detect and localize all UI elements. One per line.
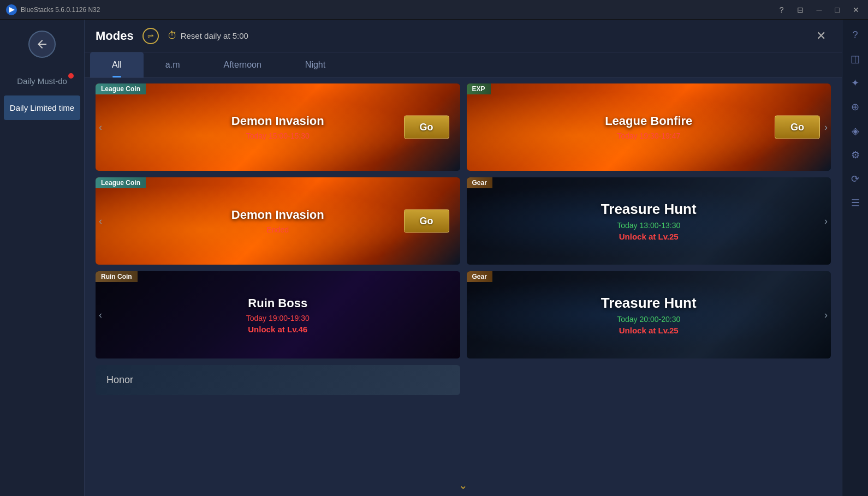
card-time: Today 19:00-19:30 (246, 314, 310, 322)
sidebar-item-label: Daily Limited time (10, 103, 74, 112)
sidebar-icon-4[interactable]: ⊕ (846, 97, 865, 117)
sidebar-icon-8[interactable]: ☰ (846, 193, 865, 213)
card-time: Today 13:00-13:30 (617, 221, 680, 230)
card-next-icon[interactable]: › (824, 122, 828, 133)
minimize-button[interactable]: ─ (813, 4, 825, 15)
main-content: Modes ⇌ ⏱ Reset daily at 5:00 ✕ All a.m … (85, 20, 842, 496)
card-title: Treasure Hunt (601, 295, 697, 312)
close-window-button[interactable]: ✕ (849, 4, 863, 15)
card-time: Today 20:00-20:30 (617, 315, 680, 324)
tab-all[interactable]: All (90, 52, 144, 77)
card-prev-icon[interactable]: ‹ (99, 122, 102, 133)
notification-dot (68, 73, 74, 79)
card-title: Demon Invasion (231, 208, 324, 222)
sidebar-item-daily-must-do[interactable]: Daily Must-do (4, 69, 80, 93)
go-button-1[interactable]: Go (404, 116, 449, 139)
app-name: BlueStacks 5.6.0.1126 N32 (21, 6, 776, 14)
sidebar-icon-2[interactable]: ◫ (846, 49, 865, 69)
card-honor-partial[interactable]: Honor (96, 365, 460, 395)
sidebar-icon-3[interactable]: ✦ (846, 73, 865, 93)
left-sidebar: Daily Must-do Daily Limited time (0, 20, 85, 496)
card-content: Treasure Hunt Today 20:00-20:30 Unlock a… (467, 271, 831, 358)
sidebar-icon-5[interactable]: ◈ (846, 121, 865, 141)
card-content: Treasure Hunt Today 13:00-13:30 Unlock a… (467, 177, 831, 265)
card-title: League Bonfire (605, 114, 692, 128)
help-button[interactable]: ? (776, 4, 787, 15)
clock-icon: ⏱ (168, 30, 177, 41)
card-title: Treasure Hunt (601, 201, 697, 218)
card-next-icon[interactable]: › (824, 309, 828, 321)
card-time: Today 15:00-15:30 (246, 132, 310, 140)
content-header: Modes ⇌ ⏱ Reset daily at 5:00 ✕ (85, 20, 842, 52)
card-demon-invasion-1[interactable]: League Coin Demon Invasion Today 15:00-1… (96, 83, 460, 171)
tab-afternoon[interactable]: Afternoon (201, 52, 283, 77)
sidebar-icon-1[interactable]: ? (846, 25, 865, 45)
card-title: Demon Invasion (231, 114, 324, 128)
card-prev-icon[interactable]: ‹ (99, 216, 102, 227)
bluestacks-logo (5, 4, 17, 16)
titlebar: BlueStacks 5.6.0.1126 N32 ? ⊟ ─ □ ✕ (0, 0, 868, 20)
card-time: Today 19:30-19:47 (617, 132, 680, 140)
activity-grid: League Coin Demon Invasion Today 15:00-1… (85, 78, 842, 474)
back-button[interactable] (28, 31, 56, 58)
card-demon-invasion-2[interactable]: League Coin Demon Invasion Ended ‹ Go (96, 177, 460, 265)
card-ruin-boss[interactable]: Ruin Coin Ruin Boss Today 19:00-19:30 Un… (96, 271, 460, 358)
tab-night[interactable]: Night (283, 52, 347, 77)
close-panel-button[interactable]: ✕ (811, 26, 831, 46)
go-button-2[interactable]: Go (775, 116, 820, 139)
modes-title: Modes (96, 29, 134, 43)
go-button-3[interactable]: Go (404, 210, 449, 233)
minimize-to-tray-button[interactable]: ⊟ (794, 4, 807, 15)
reset-info: ⏱ Reset daily at 5:00 (168, 30, 248, 41)
honor-card-title: Honor (106, 374, 133, 386)
reset-label: Reset daily at 5:00 (181, 31, 248, 40)
window-controls: ? ⊟ ─ □ ✕ (776, 4, 863, 15)
card-title: Ruin Boss (248, 296, 307, 310)
maximize-button[interactable]: □ (832, 4, 843, 15)
card-league-bonfire[interactable]: EXP League Bonfire Today 19:30-19:47 › G… (467, 83, 831, 171)
card-content: Ruin Boss Today 19:00-19:30 Unlock at Lv… (96, 271, 460, 358)
right-sidebar: ? ◫ ✦ ⊕ ◈ ⚙ ⟳ ☰ (842, 20, 868, 496)
sidebar-item-label: Daily Must-do (17, 76, 67, 86)
card-unlock-label: Unlock at Lv.46 (248, 325, 307, 334)
card-unlock-label: Unlock at Lv.25 (619, 232, 679, 241)
sidebar-item-daily-limited-time[interactable]: Daily Limited time (4, 95, 80, 120)
scroll-hint: ⌄ (85, 474, 842, 496)
card-next-icon[interactable]: › (824, 216, 828, 227)
sidebar-icon-6[interactable]: ⚙ (846, 145, 865, 165)
app-container: Daily Must-do Daily Limited time Modes ⇌… (0, 20, 868, 496)
sidebar-icon-7[interactable]: ⟳ (846, 169, 865, 189)
exchange-icon[interactable]: ⇌ (142, 28, 159, 44)
back-icon (35, 38, 49, 51)
tab-am[interactable]: a.m (144, 52, 202, 77)
card-time: Ended (267, 225, 289, 234)
card-treasure-hunt-2[interactable]: Gear Treasure Hunt Today 20:00-20:30 Unl… (467, 271, 831, 358)
card-unlock-label: Unlock at Lv.25 (619, 326, 679, 335)
tab-bar: All a.m Afternoon Night (85, 52, 842, 78)
card-treasure-hunt-1[interactable]: Gear Treasure Hunt Today 13:00-13:30 Unl… (467, 177, 831, 265)
card-prev-icon[interactable]: ‹ (99, 309, 102, 321)
